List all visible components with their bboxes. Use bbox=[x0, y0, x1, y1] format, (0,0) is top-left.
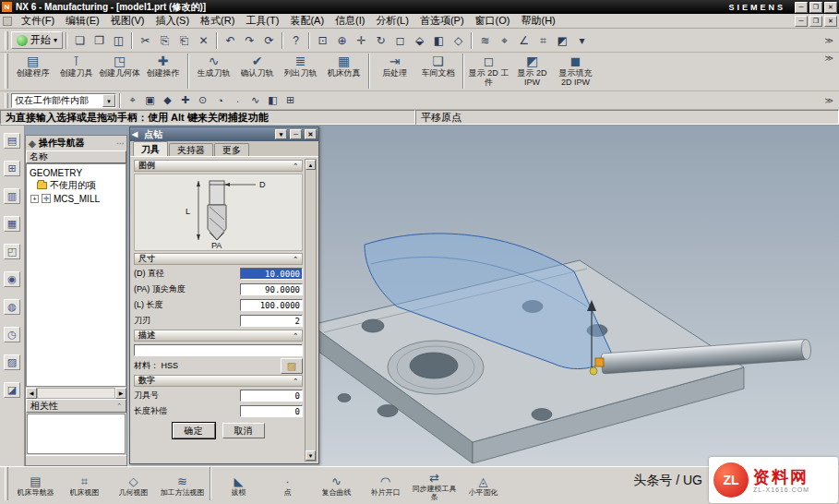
create-tool-button[interactable]: ⊺ 创建刀具 bbox=[54, 54, 98, 90]
column-header-name[interactable]: 名称 bbox=[26, 150, 126, 163]
cancel-button[interactable]: 取消 bbox=[222, 423, 265, 438]
snap-grid-icon[interactable]: ⊞ bbox=[282, 92, 299, 109]
tab-more[interactable]: 更多 bbox=[214, 143, 249, 156]
minimize-button[interactable]: ─ bbox=[795, 2, 808, 13]
menu-item[interactable]: 编辑(E) bbox=[60, 13, 105, 29]
palette-icon[interactable]: ▨ bbox=[4, 354, 20, 370]
mdi-close-button[interactable]: ✕ bbox=[824, 16, 837, 27]
undo-icon[interactable]: ↶ bbox=[221, 31, 240, 50]
navigator-title-bar[interactable]: ◈ 操作导航器 ⋯ bbox=[26, 136, 126, 150]
machine-view-button[interactable]: ⌗ 机床视图 bbox=[60, 467, 109, 504]
chevron-down-icon[interactable]: ▾ bbox=[102, 94, 115, 107]
graphics-window[interactable]: ▤⊞▥▦◰◉◍◷▨◪ ◈ 操作导航器 ⋯ 名称 GEOMETRY 不使用的项 + bbox=[0, 126, 839, 466]
legend-section-header[interactable]: 图例 ⌃ bbox=[134, 160, 303, 172]
isometric-view-icon[interactable]: ⬙ bbox=[410, 31, 429, 50]
scroll-right-icon[interactable]: ▶ bbox=[115, 388, 126, 399]
material-library-button[interactable]: ▨ bbox=[281, 358, 303, 374]
flutes-input[interactable] bbox=[240, 315, 303, 327]
toolbar-overflow-icon[interactable]: ≫ bbox=[825, 36, 837, 45]
maximize-button[interactable]: ❒ bbox=[809, 2, 822, 13]
sphere-handle[interactable] bbox=[590, 367, 597, 375]
point-button[interactable]: ∙ 点 bbox=[263, 467, 312, 504]
show-filled-2d-ipw-button[interactable]: ◼ 显示填充 2D IPW bbox=[554, 54, 597, 90]
description-section-header[interactable]: 描述 ⌃ bbox=[134, 330, 303, 342]
menu-item[interactable]: 文件(F) bbox=[16, 13, 60, 29]
mdi-restore-button[interactable]: ❒ bbox=[809, 16, 822, 27]
tab-holder[interactable]: 夹持器 bbox=[169, 143, 213, 156]
toolbar-overflow-icon[interactable]: ≫ bbox=[825, 96, 837, 105]
scroll-track[interactable] bbox=[37, 388, 115, 399]
menu-item[interactable]: 信息(I) bbox=[330, 13, 370, 29]
delete-icon[interactable]: ✕ bbox=[194, 31, 213, 50]
scroll-down-icon[interactable]: ▼ bbox=[306, 450, 316, 461]
snap-on-curve-icon[interactable]: ∿ bbox=[246, 92, 264, 109]
dependencies-section-header[interactable]: 相关性 ⌃ bbox=[26, 399, 126, 413]
length-compensation-input[interactable] bbox=[240, 405, 303, 417]
menu-item[interactable]: 分析(L) bbox=[370, 13, 414, 29]
hd3d-tools-icon[interactable]: ◉ bbox=[4, 271, 20, 287]
expander-icon[interactable]: + bbox=[30, 195, 39, 203]
tool-number-input[interactable] bbox=[240, 390, 303, 402]
dialog-title-bar[interactable]: ◀ 点钻 ▾ ─ ✕ bbox=[130, 127, 318, 141]
tab-tool[interactable]: 刀具 bbox=[133, 141, 168, 156]
dialog-collapse-button[interactable]: ▾ bbox=[275, 129, 287, 139]
scroll-up-icon[interactable]: ▲ bbox=[306, 160, 316, 170]
zoom-icon[interactable]: ⊕ bbox=[332, 31, 352, 50]
machining-method-view-button[interactable]: ≋ 加工方法视图 bbox=[158, 467, 207, 504]
operation-navigator-icon[interactable]: ▦ bbox=[4, 216, 20, 232]
synchronous-modeling-button[interactable]: ⇄ 同步建模工具条 bbox=[410, 467, 459, 504]
snapshot-icon[interactable]: ⌗ bbox=[533, 31, 553, 50]
ok-button[interactable]: 确定 bbox=[173, 423, 215, 438]
menu-item[interactable]: 工具(T) bbox=[240, 13, 284, 29]
pan-icon[interactable]: ✛ bbox=[352, 31, 371, 50]
snap-midpoint-icon[interactable]: ◆ bbox=[159, 92, 176, 109]
part-navigator-icon[interactable]: ▥ bbox=[4, 188, 20, 204]
composite-curve-button[interactable]: ∿ 复合曲线 bbox=[312, 467, 361, 504]
scroll-left-icon[interactable]: ◀ bbox=[26, 388, 37, 399]
postprocess-button[interactable]: ⇥ 后处理 bbox=[373, 54, 416, 90]
rotate-view-icon[interactable]: ↻ bbox=[371, 31, 390, 50]
patch-opening-button[interactable]: ◠ 补片开口 bbox=[361, 467, 410, 504]
layer-settings-icon[interactable]: ≋ bbox=[475, 31, 495, 50]
draft-button[interactable]: ◣ 拔模 bbox=[214, 467, 263, 504]
toolbar-grip[interactable] bbox=[5, 467, 8, 500]
snap-existing-point-icon[interactable]: ∙ bbox=[229, 92, 246, 109]
wireframe-view-icon[interactable]: ◇ bbox=[449, 31, 468, 50]
dialog-back-icon[interactable]: ◀ bbox=[132, 130, 138, 138]
numbers-section-header[interactable]: 数字 ⌃ bbox=[134, 375, 303, 387]
open-file-icon[interactable]: ❐ bbox=[90, 31, 109, 50]
diameter-input[interactable] bbox=[240, 268, 303, 280]
fit-view-icon[interactable]: ⊡ bbox=[313, 31, 332, 50]
menu-item[interactable]: 帮助(H) bbox=[515, 13, 560, 29]
description-input[interactable] bbox=[134, 344, 303, 356]
snap-arc-center-icon[interactable]: ⊙ bbox=[194, 92, 211, 109]
help-icon[interactable]: ? bbox=[286, 31, 306, 50]
menu-item[interactable]: 装配(A) bbox=[284, 13, 330, 29]
roles-icon[interactable]: ◪ bbox=[4, 382, 20, 398]
machine-simulation-button[interactable]: ▦ 机床仿真 bbox=[322, 54, 366, 90]
snap-endpoint-icon[interactable]: ▣ bbox=[141, 92, 159, 109]
machine-navigator-button[interactable]: ▤ 机床导航器 bbox=[11, 467, 60, 504]
close-button[interactable]: ✕ bbox=[824, 2, 837, 13]
snap-quadrant-icon[interactable]: ◔ bbox=[211, 92, 229, 109]
details-section-header[interactable] bbox=[26, 455, 126, 465]
toolbar-grip[interactable] bbox=[5, 54, 8, 89]
cut-icon[interactable]: ✂ bbox=[136, 31, 155, 50]
menu-item[interactable]: 视图(V) bbox=[105, 13, 150, 29]
center-hole[interactable] bbox=[410, 353, 458, 378]
menu-item[interactable]: 格式(R) bbox=[195, 13, 240, 29]
tree-row-unused-items[interactable]: 不使用的项 bbox=[28, 179, 125, 192]
length-input[interactable] bbox=[240, 299, 303, 311]
create-program-button[interactable]: ▤ 创建程序 bbox=[11, 54, 54, 90]
tree-row-mcs-mill[interactable]: + ✛ MCS_MILL bbox=[28, 192, 125, 205]
show-2d-ipw-button[interactable]: ◩ 显示 2D IPW bbox=[510, 54, 554, 90]
panel-grip-icon[interactable]: ⋯ bbox=[116, 139, 124, 148]
shaded-view-icon[interactable]: ◧ bbox=[429, 31, 449, 50]
constraint-navigator-icon[interactable]: ⊞ bbox=[4, 161, 20, 176]
snap-on-face-icon[interactable]: ◧ bbox=[264, 92, 282, 109]
assembly-navigator-icon[interactable]: ▤ bbox=[4, 133, 20, 149]
tree-row-geometry[interactable]: GEOMETRY bbox=[28, 166, 125, 179]
horizontal-scrollbar[interactable]: ◀ ▶ bbox=[26, 387, 126, 399]
start-menu-button[interactable]: 开始 ▾ bbox=[11, 31, 63, 49]
redo-icon[interactable]: ↷ bbox=[240, 31, 259, 50]
